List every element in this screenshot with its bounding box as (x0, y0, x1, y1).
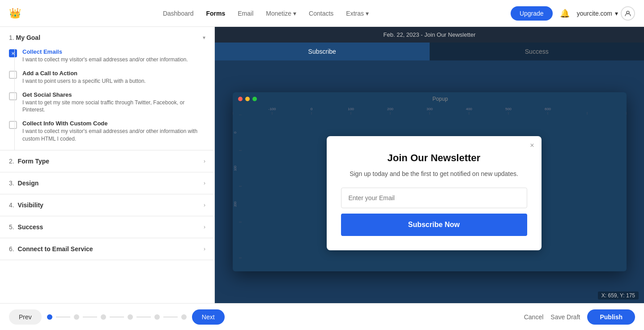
notifications-icon[interactable]: 🔔 (560, 9, 570, 18)
bottom-left: Prev Next (9, 309, 225, 325)
bottom-right: Cancel Save Draft Publish (524, 309, 635, 325)
goal-option-custom-code[interactable]: Collect Info With Custom Code I want to … (9, 120, 205, 143)
goal-name-custom-code[interactable]: Collect Info With Custom Code (22, 120, 205, 127)
email-input[interactable] (341, 188, 527, 208)
svg-text:500: 500 (505, 107, 512, 111)
goal-text-add-cta: Add a Call to Action I want to point use… (22, 70, 146, 85)
section-visibility[interactable]: 4. Visibility › (0, 194, 214, 216)
goal-name-social-shares[interactable]: Get Social Shares (22, 91, 205, 98)
nav-contacts[interactable]: Contacts (309, 10, 333, 17)
chevron-right-icon: › (204, 224, 205, 230)
step-connector-4 (136, 317, 151, 317)
step-dot-6[interactable] (181, 314, 187, 320)
section-visibility-title: 4. Visibility (9, 201, 43, 209)
chevron-up-icon: ▾ (203, 34, 205, 41)
preview-tabs: Subscribe Success (215, 43, 644, 60)
app-logo: 👑 (9, 8, 21, 19)
svg-text:0: 0 (310, 107, 312, 111)
section-connect-email-title: 6. Connect to Email Service (9, 245, 93, 253)
modal-title: Join Our Newsletter (341, 152, 527, 164)
user-domain[interactable]: yourcite.com ▾ (577, 6, 635, 21)
preview-area: Feb. 22, 2023 - Join Our Newsletter Subs… (215, 27, 644, 303)
goal-name-collect-emails[interactable]: Collect Emails (22, 48, 188, 55)
step-dot-4[interactable] (128, 314, 133, 320)
goal-text-social-shares: Get Social Shares I want to get my site … (22, 91, 205, 114)
section-my-goal-header[interactable]: 1. My Goal ▾ (0, 27, 214, 48)
save-draft-button[interactable]: Save Draft (550, 313, 580, 321)
svg-text:200: 200 (234, 201, 237, 207)
step-connector-3 (110, 317, 124, 317)
goal-desc-social-shares: I want to get my site more social traffi… (22, 99, 205, 114)
section-design[interactable]: 3. Design › (0, 172, 214, 194)
subscribe-button[interactable]: Subscribe Now (341, 214, 527, 236)
nav-links: Dashboard Forms Email Monetize ▾ Contact… (34, 10, 497, 17)
next-button[interactable]: Next (192, 309, 225, 325)
goal-radio-add-cta[interactable] (9, 71, 17, 79)
step-connector-1 (56, 317, 70, 317)
section-form-type[interactable]: 2. Form Type › (0, 150, 214, 172)
section-label: My Goal (16, 34, 40, 41)
prev-button[interactable]: Prev (9, 309, 42, 325)
chevron-down-icon: ▾ (615, 10, 618, 17)
svg-text:0: 0 (234, 132, 237, 133)
vertical-ruler: 0 100 200 (233, 115, 242, 271)
goal-option-social-shares[interactable]: Get Social Shares I want to get my site … (9, 91, 205, 114)
step-dot-3[interactable] (101, 314, 106, 320)
svg-rect-21 (233, 115, 242, 267)
goal-desc-add-cta: I want to point users to a specific URL … (22, 77, 146, 85)
section-my-goal-title: 1. My Goal (9, 34, 40, 41)
tab-subscribe[interactable]: Subscribe (215, 43, 430, 60)
step-dot-5[interactable] (154, 314, 160, 320)
modal-subtitle: Sign up today and be the first to get no… (341, 169, 527, 179)
nav-email[interactable]: Email (238, 10, 253, 17)
cancel-button[interactable]: Cancel (524, 313, 544, 321)
section-connect-email[interactable]: 6. Connect to Email Service › (0, 238, 214, 260)
step-connector-2 (83, 317, 97, 317)
window-chrome: Popup (233, 92, 627, 106)
goal-name-add-cta[interactable]: Add a Call to Action (22, 70, 146, 77)
svg-text:100: 100 (234, 166, 237, 171)
section-design-title: 3. Design (9, 180, 38, 187)
goal-radio-social-shares[interactable] (9, 92, 17, 100)
section-success[interactable]: 5. Success › (0, 216, 214, 238)
tab-success[interactable]: Success (430, 43, 644, 60)
goal-desc-collect-emails: I want to collect my visitor's email add… (22, 56, 188, 64)
publish-button[interactable]: Publish (587, 309, 635, 325)
step-dots (47, 314, 187, 320)
goal-option-collect-emails[interactable]: Collect Emails I want to collect my visi… (9, 48, 205, 64)
main-content: 1. My Goal ▾ Collect Emails I want to co… (0, 27, 644, 303)
nav-dashboard[interactable]: Dashboard (163, 10, 194, 17)
sidebar-inner: 1. My Goal ▾ Collect Emails I want to co… (0, 27, 214, 303)
chevron-right-icon: › (204, 180, 205, 186)
goal-options: Collect Emails I want to collect my visi… (0, 48, 214, 150)
window-minimize-dot (245, 97, 250, 101)
goal-text-collect-emails: Collect Emails I want to collect my visi… (22, 48, 188, 64)
nav-extras[interactable]: Extras ▾ (346, 10, 369, 17)
modal-close-button[interactable]: × (530, 141, 534, 150)
goal-text-custom-code: Collect Info With Custom Code I want to … (22, 120, 205, 143)
newsletter-modal: × Join Our Newsletter Sign up today and … (327, 136, 542, 250)
goal-radio-custom-code[interactable] (9, 121, 17, 129)
upgrade-button[interactable]: Upgrade (511, 6, 553, 21)
nav-monetize[interactable]: Monetize ▾ (266, 10, 296, 17)
goal-radio-collect-emails[interactable] (9, 49, 17, 57)
window-maximize-dot (252, 97, 257, 101)
section-form-type-title: 2. Form Type (9, 158, 49, 165)
svg-text:200: 200 (387, 107, 393, 111)
popup-label: Popup (260, 96, 621, 102)
section-success-title: 5. Success (9, 223, 43, 231)
section-my-goal: 1. My Goal ▾ Collect Emails I want to co… (0, 27, 214, 150)
goal-option-add-cta[interactable]: Add a Call to Action I want to point use… (9, 70, 205, 85)
chevron-down-icon: ▾ (293, 10, 296, 17)
sidebar: 1. My Goal ▾ Collect Emails I want to co… (0, 27, 215, 303)
section-num: 1. (9, 34, 14, 41)
nav-forms[interactable]: Forms (206, 10, 225, 17)
step-dot-2[interactable] (74, 314, 79, 320)
bottom-bar: Prev Next Cancel Save Draft Publish (0, 303, 644, 330)
chevron-right-icon: › (204, 158, 205, 164)
step-dot-1[interactable] (47, 314, 52, 320)
avatar[interactable] (621, 6, 635, 21)
chevron-right-icon: › (204, 246, 205, 252)
top-navigation: 👑 Dashboard Forms Email Monetize ▾ Conta… (0, 0, 644, 27)
svg-text:300: 300 (426, 107, 433, 111)
